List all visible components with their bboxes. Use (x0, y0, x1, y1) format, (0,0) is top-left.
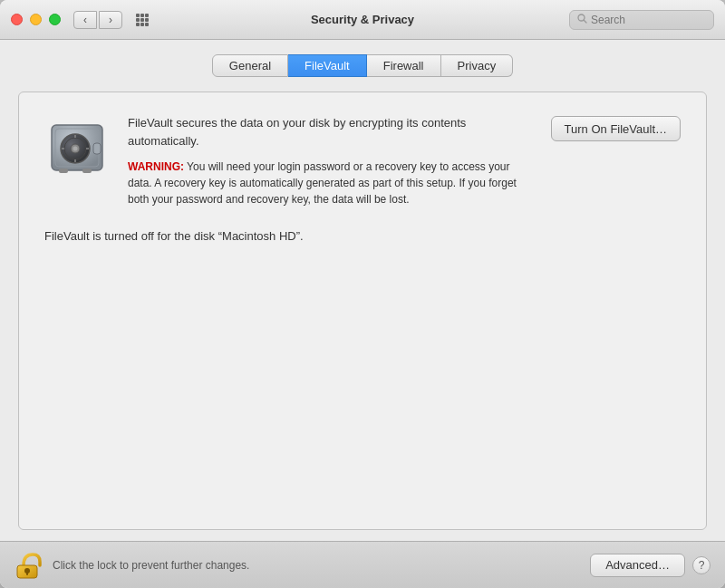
svg-rect-5 (145, 18, 149, 22)
warning-label: WARNING: (128, 160, 184, 173)
svg-rect-0 (136, 14, 140, 17)
svg-rect-2 (145, 14, 149, 17)
close-button[interactable] (11, 14, 23, 25)
lock-icon (16, 551, 42, 580)
main-description: FileVault secures the data on your disk … (128, 114, 536, 149)
svg-rect-4 (140, 18, 144, 22)
search-box[interactable] (569, 10, 714, 30)
traffic-lights (11, 14, 61, 25)
svg-rect-17 (93, 143, 101, 154)
advanced-button[interactable]: Advanced… (590, 554, 685, 577)
bottom-buttons: Advanced… ? (590, 554, 710, 577)
lock-status-text: Click the lock to prevent further change… (53, 559, 590, 572)
window-title: Security & Privacy (311, 13, 414, 26)
content-panel: FileVault secures the data on your disk … (18, 92, 707, 530)
status-text: FileVault is turned off for the disk “Ma… (44, 229, 681, 243)
turn-on-filevault-button[interactable]: Turn On FileVault… (551, 116, 681, 141)
svg-rect-8 (145, 23, 149, 26)
search-icon (577, 14, 587, 25)
description-area: FileVault secures the data on your disk … (128, 114, 536, 207)
back-button[interactable]: ‹ (73, 11, 97, 29)
top-section: FileVault secures the data on your disk … (44, 114, 681, 207)
grid-button[interactable] (130, 11, 155, 29)
titlebar: ‹ › Security & Privacy (0, 0, 725, 40)
tab-bar: General FileVault Firewall Privacy (18, 54, 707, 77)
tab-general[interactable]: General (212, 54, 288, 77)
minimize-button[interactable] (30, 14, 42, 25)
warning-text: WARNING: You will need your login passwo… (128, 159, 536, 207)
safe-icon (48, 118, 106, 176)
svg-line-10 (585, 21, 587, 24)
svg-point-9 (578, 14, 585, 21)
svg-rect-1 (140, 14, 144, 17)
filevault-icon-container (44, 114, 110, 179)
nav-buttons: ‹ › (73, 11, 122, 29)
tab-firewall[interactable]: Firewall (367, 54, 441, 77)
tab-filevault[interactable]: FileVault (288, 54, 367, 77)
svg-rect-22 (59, 169, 68, 173)
bottom-bar: Click the lock to prevent further change… (0, 541, 725, 588)
svg-rect-23 (82, 169, 92, 173)
maximize-button[interactable] (49, 14, 61, 25)
help-button[interactable]: ? (692, 556, 710, 574)
main-window: ‹ › Security & Privacy (0, 0, 725, 588)
warning-body: You will need your login password or a r… (128, 160, 517, 206)
search-input[interactable] (591, 14, 706, 26)
lock-button[interactable] (14, 551, 44, 580)
svg-rect-3 (136, 18, 140, 22)
main-content: General FileVault Firewall Privacy (0, 40, 725, 541)
svg-rect-6 (136, 23, 140, 26)
svg-rect-7 (140, 23, 144, 26)
tab-privacy[interactable]: Privacy (441, 54, 514, 77)
svg-point-16 (73, 147, 78, 151)
svg-rect-26 (26, 572, 28, 575)
forward-button[interactable]: › (99, 11, 122, 29)
